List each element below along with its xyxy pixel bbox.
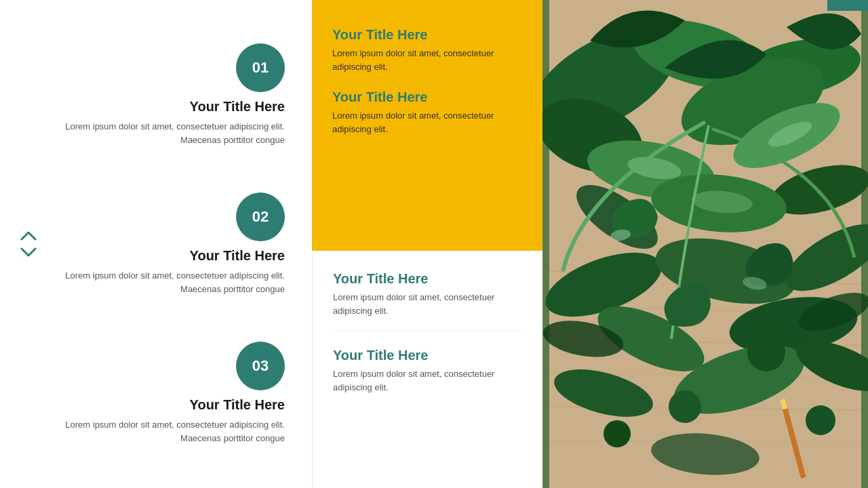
svg-point-30 — [604, 420, 631, 447]
nav-arrows — [19, 229, 38, 259]
step-3-circle: 03 — [236, 342, 285, 390]
step-1-circle: 01 — [236, 43, 285, 92]
plant-background — [542, 0, 868, 488]
middle-column: Your Title Here Lorem ipsum dolor sit am… — [312, 0, 542, 488]
bottom-card-2: Your Title Here Lorem ipsum dolor sit am… — [333, 348, 522, 394]
left-column: 01 Your Title Here Lorem ipsum dolor sit… — [0, 0, 312, 488]
svg-point-29 — [669, 390, 701, 423]
top-card-2-title: Your Title Here — [332, 89, 522, 105]
step-3-description: Lorem ipsum dolor sit amet, consectetuer… — [54, 418, 285, 445]
bottom-card-1-title: Your Title Here — [333, 271, 522, 287]
arrow-up-button[interactable] — [19, 229, 38, 243]
step-1-title: Your Title Here — [190, 99, 285, 115]
right-column-image — [542, 0, 868, 488]
slide: 01 Your Title Here Lorem ipsum dolor sit… — [0, 0, 868, 488]
svg-point-31 — [806, 405, 835, 435]
svg-point-28 — [747, 333, 785, 371]
bottom-card-1: Your Title Here Lorem ipsum dolor sit am… — [333, 271, 522, 331]
bottom-card-1-description: Lorem ipsum dolor sit amet, consectetuer… — [333, 291, 522, 317]
top-card-1-title: Your Title Here — [332, 27, 522, 43]
step-3: 03 Your Title Here Lorem ipsum dolor sit… — [54, 342, 285, 445]
bottom-card-2-title: Your Title Here — [333, 348, 522, 363]
top-card-1: Your Title Here Lorem ipsum dolor sit am… — [332, 27, 522, 73]
bottom-card-2-description: Lorem ipsum dolor sit amet, consectetuer… — [333, 367, 522, 394]
step-2-circle: 02 — [236, 192, 285, 241]
step-2-number: 02 — [252, 208, 269, 226]
step-1: 01 Your Title Here Lorem ipsum dolor sit… — [54, 43, 285, 146]
top-card-1-description: Lorem ipsum dolor sit amet, consectetuer… — [332, 47, 522, 73]
top-card-2: Your Title Here Lorem ipsum dolor sit am… — [332, 89, 522, 136]
teal-accent-bar — [827, 0, 868, 11]
middle-top-section: Your Title Here Lorem ipsum dolor sit am… — [312, 0, 542, 251]
step-2-description: Lorem ipsum dolor sit amet, consectetuer… — [54, 269, 285, 296]
step-2: 02 Your Title Here Lorem ipsum dolor sit… — [54, 192, 285, 296]
plant-illustration — [542, 0, 868, 488]
step-1-description: Lorem ipsum dolor sit amet, consectetuer… — [54, 120, 285, 146]
step-1-number: 01 — [252, 59, 269, 77]
step-3-title: Your Title Here — [190, 397, 285, 413]
step-3-number: 03 — [252, 357, 269, 375]
arrow-down-button[interactable] — [19, 245, 38, 259]
step-2-title: Your Title Here — [190, 248, 285, 264]
top-card-2-description: Lorem ipsum dolor sit amet, consectetuer… — [332, 109, 522, 136]
middle-bottom-section: Your Title Here Lorem ipsum dolor sit am… — [312, 251, 542, 488]
